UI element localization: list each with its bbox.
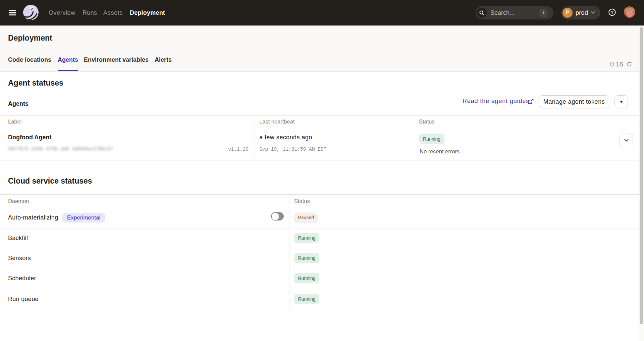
svg-text:?: ? (611, 10, 613, 15)
